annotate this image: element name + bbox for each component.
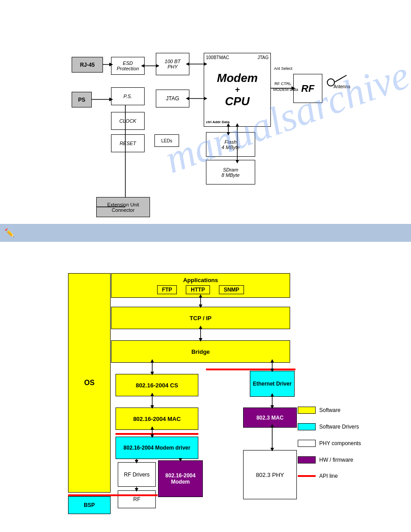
modem-hw-block: 802.16-2004 Modem (158, 460, 203, 497)
top-hardware-diagram: manualsarchive.com RJ-45 PS ESDProtectio… (0, 0, 411, 224)
note-icon: ✏️ (4, 228, 14, 238)
http-label: HTTP (186, 285, 210, 294)
legend-software-box (298, 407, 316, 414)
legend-phy: PHY components (298, 440, 361, 447)
phy100bt-block: 100 BTPHY (156, 53, 189, 75)
extension-connector-block: Extension UnitConnector (96, 197, 150, 217)
watermark: manualsarchive.com (159, 25, 411, 182)
bridge-block: Bridge (111, 340, 290, 363)
legend-sw-drivers-box (298, 423, 316, 430)
ant-select-label: Ant Select (274, 66, 292, 71)
bsp-block: BSP (68, 496, 111, 514)
legend-api-line (298, 475, 316, 477)
rj45-block: RJ-45 (72, 57, 103, 73)
antenna-label: Antenna (334, 84, 350, 89)
esd-block: ESDProtection (111, 57, 145, 75)
mac803-block: 802.3 MAC (243, 408, 297, 428)
note-bar: ✏️ (0, 224, 411, 242)
legend-api-label: API line (319, 473, 338, 479)
legend-sw-drivers: Software Drivers (298, 423, 359, 430)
legend-api: API line (298, 473, 338, 479)
legend-hw-label: HW / firmware (319, 457, 353, 463)
rf-drivers-block: RF Drivers (118, 462, 156, 487)
legend-phy-box (298, 440, 316, 447)
legend-phy-label: PHY components (319, 440, 361, 446)
bottom-software-diagram: OS Applications FTP HTTP SNMP TCP / IP B… (0, 251, 411, 519)
eth-driver-block: Ethernet Driver (250, 371, 295, 397)
api-line-right (206, 369, 295, 370)
clock-block: CLOCK (111, 112, 145, 130)
api-line-left (116, 433, 198, 435)
api-line-bsp (68, 494, 158, 496)
rf-hw-block: RF (118, 490, 156, 508)
mac-block: 802.16-2004 MAC (116, 408, 198, 430)
legend-software-label: Software (319, 407, 340, 413)
tcpip-block: TCP / IP (111, 307, 290, 329)
modem-cpu-block: 100BTMAC JTAG Modem + CPU ctrl Addr Data (204, 53, 271, 127)
legend-sw-drivers-label: Software Drivers (319, 424, 359, 430)
rf-ctrl-label: RF CTRL (274, 82, 291, 86)
sdram-block: SDram8 MByte (206, 160, 255, 184)
reset-block: RESET (111, 134, 145, 152)
led-block: LEDs (154, 134, 179, 147)
flash-block: Flash4 MByte (206, 132, 255, 157)
snmp-label: SNMP (219, 285, 244, 294)
antenna-line (335, 75, 347, 82)
modem-driver-block: 802.16-2004 Modem driver (116, 437, 198, 459)
cs-block: 802.16-2004 CS (116, 374, 198, 396)
legend-hw-box (298, 456, 316, 463)
ftp-label: FTP (157, 285, 177, 294)
applications-block: Applications FTP HTTP SNMP (111, 273, 290, 298)
legend-software: Software (298, 407, 340, 414)
phy803-block: 802.3 PHY (243, 450, 297, 499)
legend-hw: HW / firmware (298, 456, 353, 463)
ps-unit-block: P.S. (111, 87, 145, 105)
jtag-block: JTAG (156, 90, 189, 107)
os-block: OS (68, 273, 111, 493)
modem-data-label: MODEM Data (273, 87, 298, 92)
ps-block: PS (72, 92, 92, 107)
applications-label: Applications (183, 277, 218, 283)
